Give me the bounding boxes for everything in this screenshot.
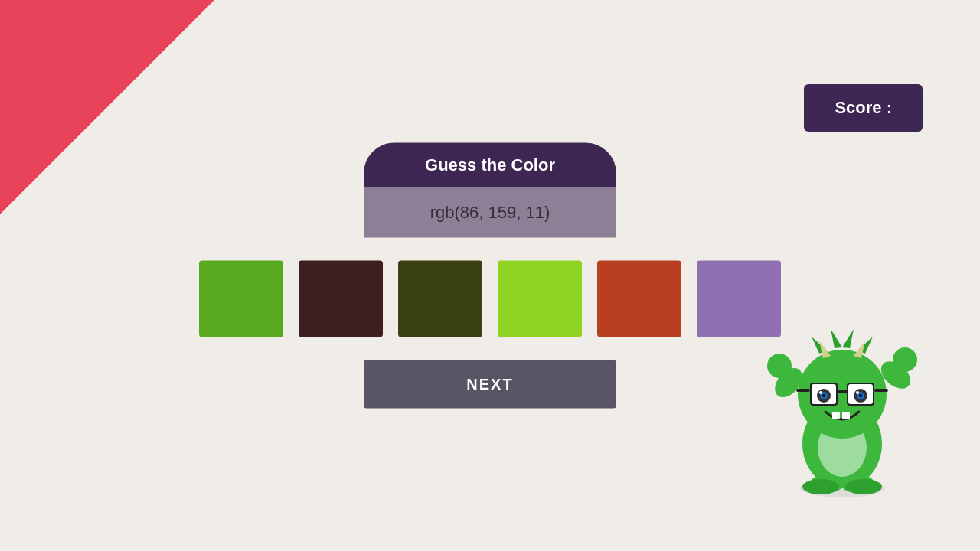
monster-character: [766, 314, 919, 490]
next-button[interactable]: NEXT: [364, 360, 616, 409]
color-swatch-4[interactable]: [498, 261, 582, 337]
svg-rect-17: [838, 390, 847, 393]
color-options: [199, 261, 781, 337]
svg-point-1: [767, 354, 792, 378]
svg-rect-28: [832, 412, 840, 419]
svg-rect-29: [842, 412, 850, 419]
svg-point-33: [845, 479, 882, 494]
score-box: Score :: [804, 84, 923, 132]
game-title: Guess the Color: [364, 143, 616, 187]
svg-rect-18: [796, 389, 810, 392]
svg-point-3: [893, 347, 917, 372]
color-swatch-2[interactable]: [299, 261, 383, 337]
svg-marker-8: [831, 329, 842, 348]
svg-point-23: [819, 391, 822, 394]
svg-point-26: [859, 394, 862, 397]
svg-point-27: [856, 391, 859, 394]
score-label: Score :: [835, 98, 892, 117]
svg-point-32: [802, 479, 839, 494]
game-area: Guess the Color rgb(86, 159, 11) NEXT: [199, 143, 781, 409]
color-swatch-5[interactable]: [597, 261, 681, 337]
svg-marker-9: [842, 329, 854, 348]
svg-rect-19: [874, 389, 888, 392]
svg-point-22: [822, 394, 825, 397]
color-swatch-1[interactable]: [199, 261, 283, 337]
rgb-display: rgb(86, 159, 11): [364, 187, 616, 238]
color-swatch-3[interactable]: [398, 261, 482, 337]
corner-banner: [0, 0, 230, 230]
